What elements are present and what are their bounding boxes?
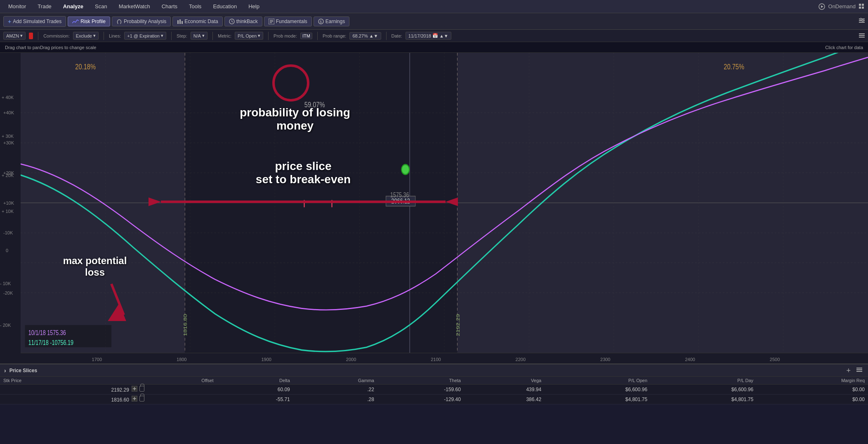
svg-rect-23 — [859, 37, 865, 38]
row1-delta: 60.09 — [217, 385, 293, 394]
table-row: 2192.29 60.09 .22 -159.60 439.94 $6, — [0, 385, 868, 394]
nav-scan[interactable]: Scan — [90, 2, 112, 11]
sep3 — [171, 32, 172, 40]
row1-gamma: .22 — [293, 385, 377, 394]
row1-lock-icon[interactable] — [139, 386, 144, 392]
thinkback-icon — [229, 19, 235, 24]
prob-range-selector[interactable]: 68.27% ▲▼ — [349, 32, 381, 40]
sep5 — [268, 32, 269, 40]
col-delta: Delta — [217, 377, 293, 385]
nav-monitor[interactable]: Monitor — [3, 2, 31, 11]
fundamentals-icon — [269, 19, 274, 24]
svg-rect-20 — [862, 20, 863, 21]
svg-text:20.18%: 20.18% — [75, 63, 96, 71]
y-label-30k: +30K — [3, 140, 14, 145]
thinkback-button[interactable]: thinkBack — [224, 17, 262, 26]
x-axis: 1700 1800 1900 2000 2100 2200 2300 2400 … — [21, 353, 868, 364]
svg-rect-21 — [859, 33, 865, 34]
metric-selector[interactable]: P/L Open ▾ — [235, 32, 263, 40]
row1-pl-open: $6,600.96 — [545, 385, 651, 394]
nav-analyze[interactable]: Analyze — [58, 2, 88, 11]
col-gamma: Gamma — [293, 377, 377, 385]
alert-indicator[interactable] — [29, 33, 33, 39]
prob-range-label: Prob range: — [323, 33, 346, 38]
svg-marker-1 — [821, 5, 823, 8]
fundamentals-button[interactable]: Fundamentals — [264, 17, 312, 26]
row1-stepper-icon[interactable] — [132, 386, 137, 392]
metric-label: Metric: — [218, 33, 231, 38]
svg-rect-19 — [860, 18, 861, 20]
nav-help[interactable]: Help — [243, 2, 264, 11]
svg-rect-18 — [859, 22, 865, 23]
svg-rect-2 — [859, 4, 861, 6]
x-label-1800: 1800 — [177, 357, 186, 362]
row2-stepper-icon[interactable] — [132, 396, 137, 401]
svg-rect-7 — [179, 19, 181, 24]
earnings-button[interactable]: $ Earnings — [314, 17, 349, 26]
economic-data-button[interactable]: Economic Data — [172, 17, 222, 26]
nav-tools[interactable]: Tools — [184, 2, 206, 11]
ondemand-icon — [818, 3, 825, 10]
slices-add-button[interactable]: + — [844, 367, 852, 374]
row2-pl-open: $4,801.75 — [545, 394, 651, 404]
y-label-40k: +40K — [3, 110, 14, 115]
row2-gamma: .28 — [293, 394, 377, 404]
step-selector[interactable]: N/A ▾ — [191, 32, 208, 40]
commission-selector[interactable]: Exclude ▾ — [73, 32, 99, 40]
nav-right: OnDemand — [818, 3, 865, 10]
col-offset: Offset — [148, 377, 217, 385]
row1-vega: 439.94 — [464, 385, 545, 394]
col-vega: Vega — [464, 377, 545, 385]
svg-rect-3 — [862, 4, 864, 6]
prob-mode-value: ITM — [300, 33, 312, 39]
slices-settings-button[interactable] — [855, 367, 864, 374]
economic-data-icon — [177, 19, 183, 24]
lines-selector[interactable]: +1 @ Expiration ▾ — [124, 32, 166, 40]
svg-point-55 — [401, 165, 409, 175]
nav-marketwatch[interactable]: MarketWatch — [114, 2, 155, 11]
col-stk-price: Stk Price — [0, 377, 148, 385]
row2-pl-day: $4,801.75 — [651, 394, 757, 404]
risk-profile-button[interactable]: Risk Profile — [68, 17, 110, 26]
settings-row: AMZN ▾ Commission: Exclude ▾ Lines: +1 @… — [0, 30, 868, 42]
sep1 — [38, 32, 38, 40]
chart-area[interactable]: Drag chart to panDrag prices to change s… — [0, 42, 868, 364]
slices-title: › Price Slices — [4, 367, 37, 374]
row2-stk-price: 1816.60 — [0, 394, 148, 404]
toolbar-settings-icon — [859, 18, 865, 24]
slices-table: Stk Price Offset Delta Gamma Theta Vega … — [0, 377, 868, 404]
sep7 — [386, 32, 387, 40]
row1-stk-price: 2192.29 — [0, 385, 148, 394]
row2-lock-icon[interactable] — [139, 396, 144, 401]
x-label-2200: 2200 — [516, 357, 526, 362]
row2-margin-req: $0.00 — [757, 394, 868, 404]
row2-offset — [148, 394, 217, 404]
prob-mode-label: Prob mode: — [274, 33, 297, 38]
table-row: 1816.60 -55.71 .28 -129.40 386.42 $4 — [0, 394, 868, 404]
symbol-selector[interactable]: AMZN ▾ — [3, 32, 26, 40]
svg-text:1816.80: 1816.80 — [183, 314, 188, 336]
nav-trade[interactable]: Trade — [33, 2, 56, 11]
svg-rect-65 — [856, 369, 862, 370]
probability-analysis-button[interactable]: Probability Analysis — [112, 17, 171, 26]
svg-rect-8 — [182, 21, 183, 24]
nav-charts[interactable]: Charts — [157, 2, 182, 11]
toolbar: + Add Simulated Trades Risk Profile Prob… — [0, 13, 868, 30]
price-slices-panel: › Price Slices + Stk Price Offset Delta … — [0, 364, 868, 404]
slices-settings-icon — [856, 367, 862, 373]
col-margin-req: Margin Req — [757, 377, 868, 385]
earnings-icon: $ — [318, 19, 324, 24]
svg-rect-41 — [457, 53, 868, 353]
y-label-neg10k: -10K — [3, 230, 13, 235]
row1-margin-req: $0.00 — [757, 385, 868, 394]
svg-text:2192.29: 2192.29 — [455, 314, 460, 336]
add-simulated-trades-button[interactable]: + Add Simulated Trades — [3, 16, 66, 27]
x-label-2000: 2000 — [346, 357, 356, 362]
x-label-2100: 2100 — [431, 357, 441, 362]
hint-right: Click chart for data — [825, 45, 863, 50]
nav-education[interactable]: Education — [208, 2, 242, 11]
x-label-2400: 2400 — [685, 357, 695, 362]
x-label-1900: 1900 — [261, 357, 271, 362]
date-selector[interactable]: 11/17/2018 📅 ▲▼ — [406, 32, 451, 40]
sep6 — [317, 32, 318, 40]
